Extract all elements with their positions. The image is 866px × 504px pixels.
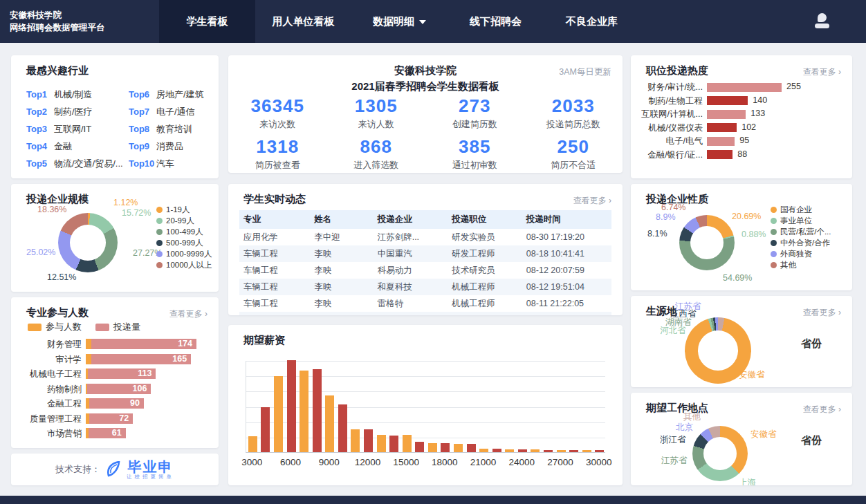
table-cell: 科易动力 (374, 262, 448, 279)
origin-donut-label: 江苏省 (675, 301, 701, 312)
scale-legend-item[interactable]: 1-19人 (156, 204, 212, 215)
nature-donut-label: 6.74% (661, 203, 685, 212)
major-bar-row: 药物制剂106 (11, 382, 219, 398)
salary-bar (582, 450, 591, 452)
stat-value: 1318 (228, 136, 327, 158)
view-more-link[interactable]: 查看更多 (169, 308, 208, 320)
tab-employer-dashboard-label: 用人单位看板 (273, 15, 335, 28)
workplace-donut-ring (692, 426, 748, 481)
stat-value: 36345 (228, 95, 327, 117)
scale-legend-item[interactable]: 10000人以上 (156, 259, 212, 270)
scale-legend-text: 10000人以上 (166, 260, 212, 270)
industry-rank: Top8 (129, 124, 156, 134)
table-cell: 李中迎 (310, 229, 373, 245)
nature-legend-text: 国有企业 (780, 205, 812, 215)
job-heat-bar (707, 96, 748, 105)
tab-student-dashboard[interactable]: 学生看板 (159, 0, 255, 43)
job-heat-row: 制药/生物工程140 (631, 94, 852, 108)
scale-legend-item[interactable]: 20-99人 (156, 215, 212, 226)
stat-value: 2033 (524, 95, 623, 117)
view-more-link[interactable]: 查看更多 (803, 66, 841, 78)
major-label: 机械电子工程 (11, 368, 82, 380)
user-icon[interactable] (813, 12, 831, 31)
table-cell: 08-30 17:19:20 (522, 229, 611, 245)
tab-bad-company-db[interactable]: 不良企业库 (544, 0, 640, 43)
nature-legend-item[interactable]: 外商独资 (771, 248, 831, 259)
panel-expected-salary: 期望薪资 30006000900012000150001800021000240… (228, 325, 623, 485)
salary-bar (338, 404, 347, 452)
salary-tick-label: 24000 (509, 457, 535, 467)
donut-hole (698, 330, 738, 371)
table-cell: 研发工程师 (448, 245, 522, 262)
nature-legend-item[interactable]: 国有企业 (771, 204, 831, 215)
panel-expected-workplace: 期望工作地点 查看更多 安徽省上海江苏省浙江省北京其他 省份 (631, 393, 852, 485)
industry-name: 机械/制造 (54, 88, 93, 101)
scale-legend-item[interactable]: 500-999人 (156, 237, 212, 248)
industry-rank: Top5 (26, 158, 54, 169)
job-heat-label: 财务/审计/统... (631, 82, 703, 93)
industry-item: Top1机械/制造 (26, 86, 129, 103)
salary-tick-label: 15000 (393, 457, 419, 467)
salary-bar (364, 429, 373, 452)
major-bar-row: 市场营销61 (11, 427, 219, 442)
realtime-col-header: 专业 (239, 210, 310, 229)
major-legend-item[interactable]: 参与人数 (28, 321, 82, 333)
scale-donut-label: 15.72% (122, 208, 151, 218)
nature-legend-item[interactable]: 中外合资/合作 (771, 237, 831, 248)
nature-legend-dot (771, 240, 777, 246)
table-cell: 应用化学 (239, 229, 310, 245)
salary-tick-label: 6000 (280, 457, 301, 467)
industry-name: 互联网/IT (54, 123, 91, 136)
tech-support-label: 技术支持： (55, 463, 100, 476)
salary-bar (248, 436, 257, 452)
top-nav: 安徽科技学院 网络招聘会数据管理平台 学生看板用人单位看板数据明细线下招聘会不良… (0, 0, 866, 43)
nature-legend-item[interactable]: 事业单位 (771, 215, 831, 226)
nature-legend-item[interactable]: 其他 (771, 259, 831, 270)
panel-student-realtime: 学生实时动态 查看更多 专业姓名投递企业投递职位投递时间 应用化学李中迎江苏剑牌… (228, 184, 623, 315)
industry-name: 电子/通信 (156, 106, 195, 118)
tab-data-detail[interactable]: 数据明细 (351, 0, 448, 43)
salary-bar (415, 442, 424, 452)
scale-legend-dot (156, 240, 163, 246)
participants-bar-segment (86, 339, 91, 349)
stats-grid: 36345来访次数1305来访人数273创建简历数2033投递简历总数1318简… (228, 95, 623, 171)
major-legend-item[interactable]: 投递量 (95, 321, 140, 333)
dashboard-page: 安徽科技学院 网络招聘会数据管理平台 学生看板用人单位看板数据明细线下招聘会不良… (0, 0, 866, 504)
panel-job-heat: 职位投递热度 查看更多 财务/审计/统...255制药/生物工程140互联网/计… (631, 55, 852, 178)
company-nature-legend: 国有企业事业单位民营/私营/个...中外合资/合作外商独资其他 (771, 204, 831, 270)
footer-bar (0, 496, 866, 504)
industry-rank: Top10 (129, 158, 156, 169)
major-bar-track: 113 (86, 368, 156, 379)
salary-bar (479, 449, 488, 452)
table-cell: 李映 (310, 262, 373, 279)
major-label: 质量管理工程 (11, 413, 82, 425)
salary-bar (300, 371, 308, 452)
job-heat-value: 95 (739, 136, 749, 145)
nav-tabs: 学生看板用人单位看板数据明细线下招聘会不良企业库 (159, 0, 640, 43)
salary-bar (261, 407, 270, 452)
table-cell: 机构设计... (448, 312, 522, 315)
realtime-col-header: 投递时间 (522, 210, 611, 229)
table-cell: 技术研究员 (448, 262, 522, 279)
tab-offline-jobfair[interactable]: 线下招聘会 (448, 0, 544, 43)
nature-legend-item[interactable]: 民营/私营/个... (771, 226, 831, 237)
stat-label: 简历不合适 (524, 159, 623, 171)
view-more-link[interactable]: 查看更多 (573, 195, 611, 207)
salary-bar (557, 450, 566, 452)
industry-name: 汽车 (156, 158, 174, 170)
tab-employer-dashboard[interactable]: 用人单位看板 (255, 0, 351, 43)
job-heat-row: 财务/审计/统...255 (631, 80, 852, 94)
realtime-col-header: 投递企业 (374, 210, 448, 229)
scale-legend-item[interactable]: 1000-9999人 (156, 248, 212, 259)
table-row: 车辆工程李映科易动力技术研究员08-12 20:07:59 (239, 262, 611, 279)
salary-bar (492, 449, 501, 452)
major-bar-row: 机械电子工程113 (11, 367, 219, 382)
realtime-col-header: 姓名 (310, 210, 373, 229)
industry-rank: Top3 (26, 124, 54, 134)
nature-legend-dot (771, 262, 777, 268)
table-row: 应用化学李中迎江苏剑牌...研发实验员08-30 17:19:20 (239, 229, 611, 245)
scale-legend-item[interactable]: 100-499人 (156, 226, 212, 237)
stat-label: 创建简历数 (425, 118, 524, 131)
workplace-donut-label: 江苏省 (661, 455, 688, 467)
update-note: 3AM每日更新 (559, 66, 611, 78)
